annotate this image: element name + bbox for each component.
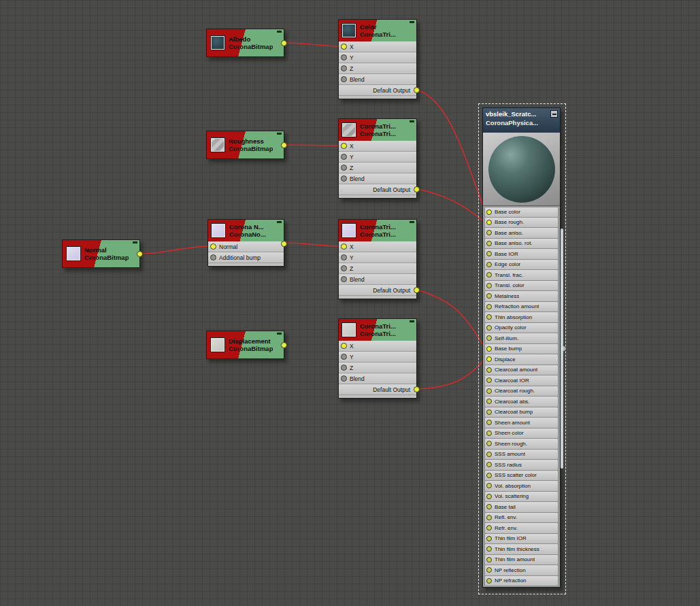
- input-slot-normal[interactable]: Normal: [208, 241, 284, 252]
- material-slot-clearcoat-abs[interactable]: Clearcoat abs.: [484, 397, 559, 407]
- input-connector[interactable]: [210, 243, 216, 250]
- node-roughness-bitmap[interactable]: Roughness CoronaBitmap: [206, 131, 284, 159]
- wire-albedo-to-tri-color[interactable]: [286, 43, 341, 46]
- node-tri-normal[interactable]: CoronaTri... CoronaTri... X Y Z Blend De…: [338, 219, 417, 299]
- input-connector[interactable]: [486, 557, 492, 562]
- input-connector[interactable]: [486, 546, 492, 552]
- material-slot-transl-frac[interactable]: Transl. frac.: [484, 270, 559, 281]
- input-connector[interactable]: [486, 304, 492, 309]
- input-slot-blend[interactable]: Blend: [339, 373, 416, 384]
- input-connector[interactable]: [486, 399, 492, 404]
- collapse-icon[interactable]: [410, 320, 414, 322]
- input-connector[interactable]: [486, 272, 492, 277]
- input-connector[interactable]: [486, 356, 492, 362]
- material-slot-refraction-amount[interactable]: Refraction amount: [484, 302, 559, 313]
- input-connector[interactable]: [486, 346, 492, 352]
- input-connector[interactable]: [210, 254, 216, 260]
- triplanar-thumbnail-icon[interactable]: [341, 322, 356, 337]
- material-scrollbar[interactable]: [561, 229, 563, 469]
- input-slot-blend[interactable]: Blend: [339, 173, 416, 184]
- collapse-icon[interactable]: [277, 133, 282, 135]
- input-connector[interactable]: [341, 165, 347, 171]
- input-slot-y[interactable]: Y: [339, 352, 416, 363]
- node-header[interactable]: vbsleik_Scratc... CoronaPhysica...: [483, 108, 560, 133]
- input-connector[interactable]: [486, 494, 492, 499]
- input-connector[interactable]: [486, 452, 492, 457]
- node-tri-displacement[interactable]: CoronaTri... CoronaTri... X Y Z Blend De…: [338, 318, 417, 399]
- material-slot-base-tail[interactable]: Base tail: [484, 502, 559, 513]
- input-connector[interactable]: [486, 241, 492, 246]
- output-connector[interactable]: [414, 287, 420, 293]
- input-slot-z[interactable]: Z: [339, 63, 416, 74]
- bitmap-thumbnail-icon[interactable]: [66, 246, 81, 261]
- input-connector[interactable]: [486, 367, 492, 373]
- material-slot-metalness[interactable]: Metalness: [484, 291, 559, 302]
- triplanar-thumbnail-icon[interactable]: [341, 223, 356, 238]
- input-connector[interactable]: [486, 420, 492, 425]
- wire-roughness-to-tri-roughness[interactable]: [286, 145, 341, 146]
- input-connector[interactable]: [486, 525, 492, 531]
- wire-tri-color-to-base-color[interactable]: [417, 90, 485, 212]
- input-slot-x[interactable]: X: [339, 41, 416, 52]
- material-slot-np-refraction[interactable]: NP refraction: [484, 576, 559, 587]
- material-slot-clearcoat-amount[interactable]: Clearcoat amount: [484, 365, 559, 376]
- input-slot-additional-bump[interactable]: Additional bump: [208, 252, 284, 263]
- collapse-icon[interactable]: [277, 333, 282, 335]
- normal-thumbnail-icon[interactable]: [211, 223, 226, 238]
- node-displacement-bitmap[interactable]: Displacement CoronaBitmap: [206, 331, 284, 359]
- material-slot-self-illum[interactable]: Self-illum.: [484, 333, 559, 344]
- input-connector[interactable]: [486, 409, 492, 415]
- material-slot-np-reflection[interactable]: NP reflection: [484, 565, 559, 576]
- input-connector[interactable]: [486, 578, 492, 584]
- node-header[interactable]: Roughness CoronaBitmap: [207, 131, 284, 158]
- material-slot-clearcoat-ior[interactable]: Clearcoat IOR: [484, 375, 559, 386]
- input-connector[interactable]: [486, 335, 492, 341]
- input-connector[interactable]: [341, 44, 347, 50]
- output-slot[interactable]: Default Output: [339, 384, 416, 395]
- input-slot-y[interactable]: Y: [339, 252, 416, 263]
- node-header[interactable]: Corona N... CoronaNo...: [208, 220, 284, 241]
- input-slot-z[interactable]: Z: [339, 163, 416, 173]
- material-slot-base-rough[interactable]: Base rough.: [484, 218, 559, 229]
- input-connector[interactable]: [486, 388, 492, 394]
- collapse-icon[interactable]: [277, 31, 282, 33]
- collapse-button[interactable]: [550, 110, 558, 118]
- input-connector[interactable]: [341, 65, 347, 71]
- input-connector[interactable]: [341, 175, 347, 182]
- input-connector[interactable]: [341, 243, 347, 250]
- material-slot-base-color[interactable]: Base color: [484, 207, 559, 218]
- input-connector[interactable]: [341, 343, 347, 349]
- input-slot-x[interactable]: X: [339, 141, 416, 152]
- node-albedo-bitmap[interactable]: Albedo CoronaBitmap: [206, 29, 284, 57]
- input-connector[interactable]: [486, 504, 492, 509]
- material-slot-vol-scattering[interactable]: Vol. scattering: [484, 492, 559, 503]
- collapse-icon[interactable]: [410, 221, 414, 223]
- input-connector[interactable]: [486, 473, 492, 478]
- material-slot-sheen-rough[interactable]: Sheen rough.: [484, 439, 559, 450]
- input-connector[interactable]: [486, 431, 492, 436]
- node-editor-canvas[interactable]: Albedo CoronaBitmap Color CoronaTri... X…: [0, 0, 700, 606]
- input-connector[interactable]: [486, 283, 492, 288]
- material-slot-edge-color[interactable]: Edge color: [484, 260, 559, 271]
- input-connector[interactable]: [486, 567, 492, 573]
- output-connector[interactable]: [414, 386, 420, 392]
- material-preview[interactable]: [483, 133, 560, 206]
- input-connector[interactable]: [341, 354, 347, 360]
- node-header[interactable]: Albedo CoronaBitmap: [207, 29, 284, 56]
- input-connector[interactable]: [486, 441, 492, 446]
- input-connector[interactable]: [486, 293, 492, 299]
- material-slot-base-bump[interactable]: Base bump: [484, 344, 559, 355]
- material-slot-thin-film-amount[interactable]: Thin film amount: [484, 555, 559, 566]
- material-slot-transl-color[interactable]: Transl. color: [484, 281, 559, 292]
- input-slot-x[interactable]: X: [339, 241, 416, 252]
- node-header[interactable]: CoronaTri... CoronaTri...: [339, 319, 416, 341]
- input-slot-y[interactable]: Y: [339, 52, 416, 63]
- input-connector[interactable]: [486, 209, 492, 215]
- triplanar-thumbnail-icon[interactable]: [341, 122, 356, 137]
- collapse-icon[interactable]: [133, 241, 137, 243]
- node-header[interactable]: CoronaTri... CoronaTri...: [339, 220, 416, 241]
- input-connector[interactable]: [341, 76, 347, 82]
- input-connector[interactable]: [486, 220, 492, 225]
- input-slot-x[interactable]: X: [339, 341, 416, 352]
- input-slot-blend[interactable]: Blend: [339, 74, 416, 85]
